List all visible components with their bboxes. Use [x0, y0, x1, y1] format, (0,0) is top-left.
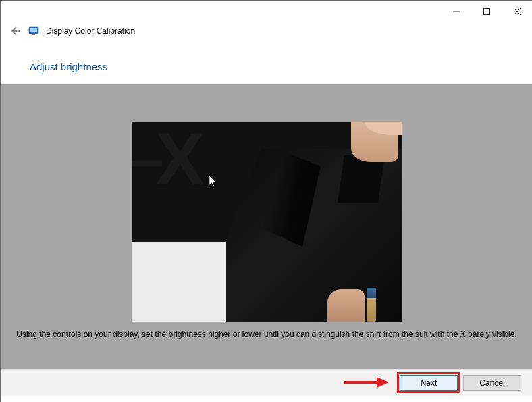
maximize-button[interactable]: [471, 1, 502, 22]
content-area: X Using the controls on your display, se…: [1, 84, 532, 369]
x-mark: X: [155, 122, 201, 196]
app-title: Display Color Calibration: [46, 26, 135, 36]
header-bar: Display Color Calibration: [1, 22, 532, 41]
svg-rect-7: [32, 34, 35, 35]
next-button[interactable]: Next: [400, 375, 458, 391]
svg-marker-9: [377, 377, 389, 388]
instruction-text: Using the controls on your display, set …: [1, 328, 532, 341]
footer-bar: Next Cancel: [1, 369, 532, 396]
svg-rect-6: [30, 28, 37, 32]
svg-rect-1: [483, 9, 489, 15]
cursor-icon: [209, 176, 217, 188]
minimize-button[interactable]: [441, 1, 471, 22]
app-icon: [28, 26, 39, 36]
back-button[interactable]: [8, 24, 22, 38]
cancel-button[interactable]: Cancel: [463, 375, 521, 391]
close-button[interactable]: [502, 1, 532, 22]
annotation-arrow-icon: [343, 375, 390, 390]
page-heading: Adjust brightness: [30, 61, 107, 72]
window-titlebar: [1, 1, 532, 22]
calibration-image: X: [132, 122, 402, 322]
heading-row: Adjust brightness: [1, 41, 532, 84]
